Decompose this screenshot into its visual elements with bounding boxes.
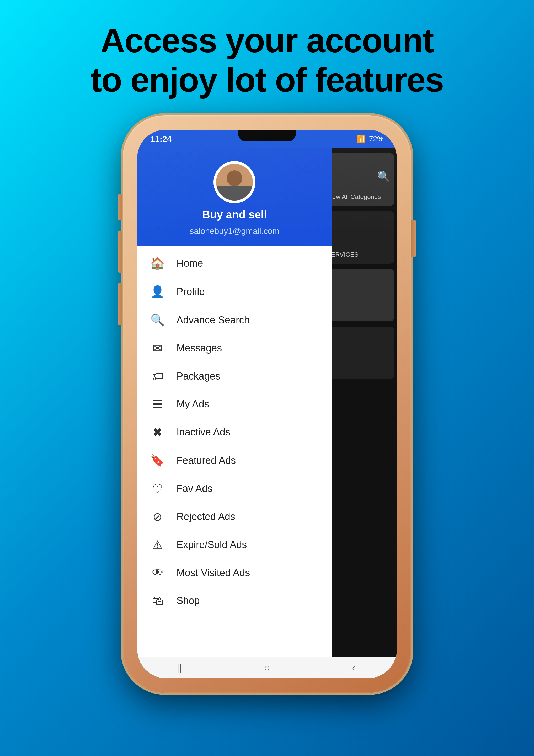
phone-shell: 11:24 📶 72% View All Categories SERVICES [123,115,411,693]
menu-item-advance-search[interactable]: 🔍 Advance Search [137,306,332,334]
search-icon[interactable]: 🔍 [377,170,390,183]
my-ads-icon: ☰ [150,397,165,411]
home-label: Home [176,258,203,269]
volume-up-button [117,231,122,273]
menu-list: 🏠 Home 👤 Profile 🔍 Advance Search ✉ Mess… [137,247,332,657]
phone-screen: 11:24 📶 72% View All Categories SERVICES [137,130,397,678]
battery-text: 72% [369,135,384,143]
menu-item-home[interactable]: 🏠 Home [137,249,332,278]
rejected-ads-icon: ⊘ [150,510,165,524]
status-time: 11:24 [150,134,172,144]
back-button[interactable]: ‹ [343,657,364,678]
shop-icon: 🛍 [150,594,165,607]
menu-item-rejected-ads[interactable]: ⊘ Rejected Ads [137,503,332,531]
menu-item-messages[interactable]: ✉ Messages [137,334,332,362]
bg-card-2: SERVICES [321,211,394,263]
headline-line2: to enjoy lot of features [90,60,444,100]
menu-item-profile[interactable]: 👤 Profile [137,278,332,306]
profile-icon: 👤 [150,285,165,298]
silent-button [117,194,122,220]
inactive-ads-icon: ✖ [150,425,165,439]
featured-ads-label: Featured Ads [176,455,236,466]
bottom-navigation: ||| ○ ‹ [137,657,397,678]
menu-item-shop[interactable]: 🛍 Shop [137,587,332,614]
bg-card-3 [321,269,394,321]
home-nav-icon: ○ [264,662,270,673]
view-all-categories-label: View All Categories [324,191,383,203]
advance-search-icon: 🔍 [150,313,165,327]
fav-ads-label: Fav Ads [176,483,213,494]
bg-card-4 [321,327,394,379]
featured-ads-icon: 🔖 [150,454,165,467]
my-ads-label: My Ads [176,398,209,410]
avatar [214,161,255,203]
packages-label: Packages [176,371,220,382]
power-button [411,220,417,257]
notch [238,130,296,142]
home-button[interactable]: ○ [257,657,277,678]
recent-apps-icon: ||| [177,662,184,673]
expire-sold-ads-label: Expire/Sold Ads [176,539,247,551]
advance-search-label: Advance Search [176,314,250,326]
drawer-header: Buy and sell salonebuy1@gmail.com [137,148,332,247]
home-icon: 🏠 [150,256,165,270]
menu-item-featured-ads[interactable]: 🔖 Featured Ads [137,446,332,474]
fav-ads-icon: ♡ [150,482,165,495]
headline-line1: Access your account [90,21,444,60]
expire-sold-ads-icon: ⚠ [150,538,165,552]
user-name: Buy and sell [202,208,267,221]
phone-mockup: 11:24 📶 72% View All Categories SERVICES [123,115,411,693]
volume-down-button [117,283,122,325]
status-icons: 📶 72% [357,135,384,143]
menu-item-most-visited-ads[interactable]: 👁 Most Visited Ads [137,559,332,587]
avatar-image [216,164,253,201]
inactive-ads-label: Inactive Ads [176,426,230,438]
user-email: salonebuy1@gmail.com [190,226,279,236]
messages-label: Messages [176,342,222,354]
most-visited-ads-label: Most Visited Ads [176,567,250,579]
recent-apps-button[interactable]: ||| [170,657,191,678]
shop-label: Shop [176,595,200,607]
most-visited-ads-icon: 👁 [150,566,165,579]
profile-label: Profile [176,286,205,297]
back-nav-icon: ‹ [352,662,355,673]
messages-icon: ✉ [150,341,165,355]
menu-item-fav-ads[interactable]: ♡ Fav Ads [137,474,332,503]
menu-item-my-ads[interactable]: ☰ My Ads [137,390,332,418]
menu-item-inactive-ads[interactable]: ✖ Inactive Ads [137,418,332,446]
signal-icon: 📶 [357,135,366,143]
menu-item-expire-sold-ads[interactable]: ⚠ Expire/Sold Ads [137,531,332,559]
packages-icon: 🏷 [150,369,165,383]
menu-item-packages[interactable]: 🏷 Packages [137,362,332,390]
rejected-ads-label: Rejected Ads [176,511,235,522]
headline: Access your account to enjoy lot of feat… [90,21,444,99]
navigation-drawer: Buy and sell salonebuy1@gmail.com 🏠 Home… [137,148,332,657]
